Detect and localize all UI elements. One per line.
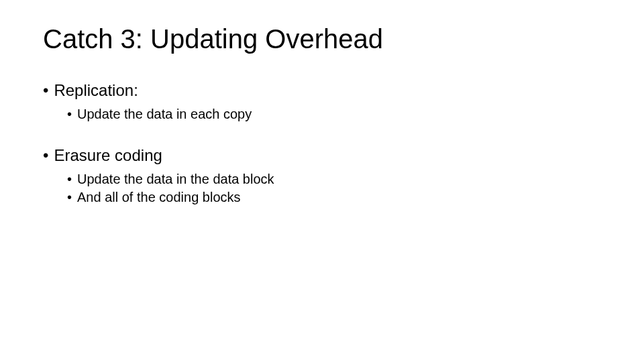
bullet-icon: • bbox=[43, 81, 48, 100]
bullet-text: Erasure coding bbox=[54, 146, 162, 165]
bullet-icon: • bbox=[67, 190, 72, 205]
sub-bullet-text: Update the data in each copy bbox=[77, 107, 252, 122]
list-item: • Update the data in the data block bbox=[67, 172, 601, 187]
bullet-line: • Replication: bbox=[43, 81, 601, 100]
sub-bullet-text: And all of the coding blocks bbox=[77, 190, 241, 205]
list-item: • And all of the coding blocks bbox=[67, 190, 601, 205]
bullet-icon: • bbox=[67, 172, 72, 187]
sub-bullet-text: Update the data in the data block bbox=[77, 172, 274, 187]
bullet-line: • And all of the coding blocks bbox=[67, 190, 601, 205]
slide-title: Catch 3: Updating Overhead bbox=[43, 24, 601, 54]
bullet-line: • Update the data in each copy bbox=[67, 107, 601, 122]
list-item: • Replication: • Update the data in each… bbox=[43, 81, 601, 122]
list-item: • Erasure coding • Update the data in th… bbox=[43, 146, 601, 205]
bullet-icon: • bbox=[43, 146, 48, 165]
slide: Catch 3: Updating Overhead • Replication… bbox=[0, 0, 644, 232]
sub-list: • Update the data in the data block • An… bbox=[43, 172, 601, 205]
bullet-text: Replication: bbox=[54, 81, 138, 100]
list-item: • Update the data in each copy bbox=[67, 107, 601, 122]
bullet-line: • Update the data in the data block bbox=[67, 172, 601, 187]
bullet-list: • Replication: • Update the data in each… bbox=[43, 81, 601, 205]
bullet-line: • Erasure coding bbox=[43, 146, 601, 165]
bullet-icon: • bbox=[67, 107, 72, 122]
sub-list: • Update the data in each copy bbox=[43, 107, 601, 122]
